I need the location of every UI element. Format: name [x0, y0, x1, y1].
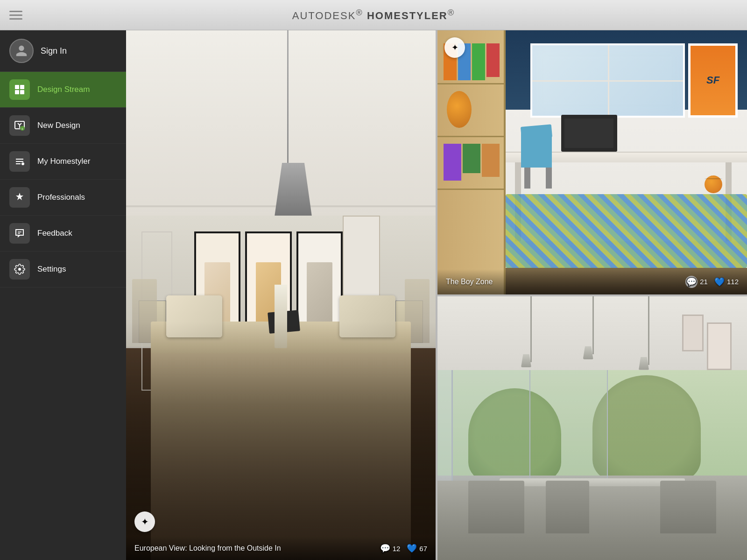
sidebar-item-label-my-homestyler: My Homestyler: [37, 157, 90, 166]
card-title-bedroom: European View: Looking from the Outside …: [134, 544, 281, 553]
svg-point-7: [21, 162, 24, 165]
svg-rect-3: [20, 90, 24, 94]
professionals-icon: [14, 192, 25, 203]
card-stats-boyzone: 💬 21 💙 112: [685, 276, 739, 288]
like-stat-bedroom: 💙 67: [407, 543, 427, 553]
like-count-boyzone: 112: [727, 278, 739, 286]
sidebar-item-new-design[interactable]: + New Design: [0, 108, 126, 144]
svg-point-8: [18, 268, 21, 271]
content-grid: ✦ European View: Looking from the Outsid…: [126, 30, 747, 560]
design-card-boyzone[interactable]: SF: [437, 30, 747, 294]
room-image-bedroom: [126, 30, 436, 560]
sidebar-item-professionals[interactable]: Professionals: [0, 180, 126, 216]
comment-count-boyzone: 21: [700, 278, 708, 286]
reg-mark: ®: [356, 7, 363, 17]
new-design-icon: +: [14, 120, 25, 131]
magic-wand-button-boyzone[interactable]: ✦: [444, 37, 465, 58]
heart-icon-bedroom: 💙: [407, 543, 417, 553]
card-title-boyzone: The Boy Zone: [446, 278, 493, 286]
sidebar-item-label-settings: Settings: [37, 265, 66, 274]
heart-icon-boyzone: 💙: [714, 277, 725, 287]
svg-rect-2: [15, 90, 19, 94]
comment-stat-boyzone: 💬 21: [685, 276, 708, 288]
card-bottom-bedroom: European View: Looking from the Outside …: [126, 537, 436, 560]
signin-area[interactable]: Sign In: [0, 30, 126, 72]
professionals-icon-wrap: [9, 187, 30, 208]
comment-stat-bedroom: 💬 12: [380, 543, 401, 553]
svg-text:+: +: [21, 127, 24, 131]
design-stream-icon: [14, 84, 25, 95]
feedback-icon-wrap: [9, 223, 30, 244]
title-prefix: AUTODESK: [292, 10, 356, 22]
app-title: AUTODESK® HOMESTYLER®: [292, 7, 455, 22]
room-image-modern: [437, 296, 747, 560]
sidebar-item-my-homestyler[interactable]: My Homestyler: [0, 144, 126, 180]
sidebar-item-label-professionals: Professionals: [37, 193, 85, 202]
sidebar-item-label-new-design: New Design: [37, 121, 80, 130]
sidebar-item-feedback[interactable]: Feedback: [0, 216, 126, 252]
design-card-modern[interactable]: [437, 296, 747, 560]
magic-wand-button-bedroom[interactable]: ✦: [134, 511, 155, 532]
settings-icon: [14, 264, 25, 275]
card-stats-bedroom: 💬 12 💙 67: [380, 543, 427, 553]
like-stat-boyzone: 💙 112: [714, 277, 739, 287]
feedback-icon: [14, 228, 25, 239]
sidebar-item-label-design-stream: Design Stream: [37, 85, 90, 94]
sidebar-item-settings[interactable]: Settings: [0, 252, 126, 287]
sidebar: Sign In Design Stream +: [0, 30, 126, 560]
sidebar-item-label-feedback: Feedback: [37, 229, 72, 238]
settings-icon-wrap: [9, 259, 30, 280]
comment-count-bedroom: 12: [393, 545, 401, 553]
my-homestyler-icon: [14, 156, 25, 167]
menu-button[interactable]: [9, 11, 22, 20]
topbar: AUTODESK® HOMESTYLER®: [0, 0, 747, 30]
room-image-boyzone: SF: [437, 30, 747, 294]
my-homestyler-icon-wrap: [9, 151, 30, 172]
card-bottom-boyzone: The Boy Zone 💬 21 💙 112: [437, 269, 747, 294]
title-main: HOMESTYLER: [367, 10, 448, 22]
sidebar-item-design-stream[interactable]: Design Stream: [0, 72, 126, 108]
svg-rect-0: [15, 85, 19, 89]
main-layout: Sign In Design Stream +: [0, 30, 747, 560]
comment-icon-bedroom: 💬: [380, 543, 390, 553]
signin-label[interactable]: Sign In: [41, 46, 67, 56]
design-stream-icon-wrap: [9, 79, 30, 100]
like-count-bedroom: 67: [419, 545, 427, 553]
person-icon: [15, 44, 28, 57]
avatar: [9, 39, 34, 63]
comment-icon-boyzone: 💬: [685, 276, 698, 288]
svg-rect-1: [20, 85, 24, 89]
new-design-icon-wrap: +: [9, 115, 30, 136]
design-card-bedroom[interactable]: ✦ European View: Looking from the Outsid…: [126, 30, 436, 560]
reg-mark2: ®: [448, 7, 455, 17]
